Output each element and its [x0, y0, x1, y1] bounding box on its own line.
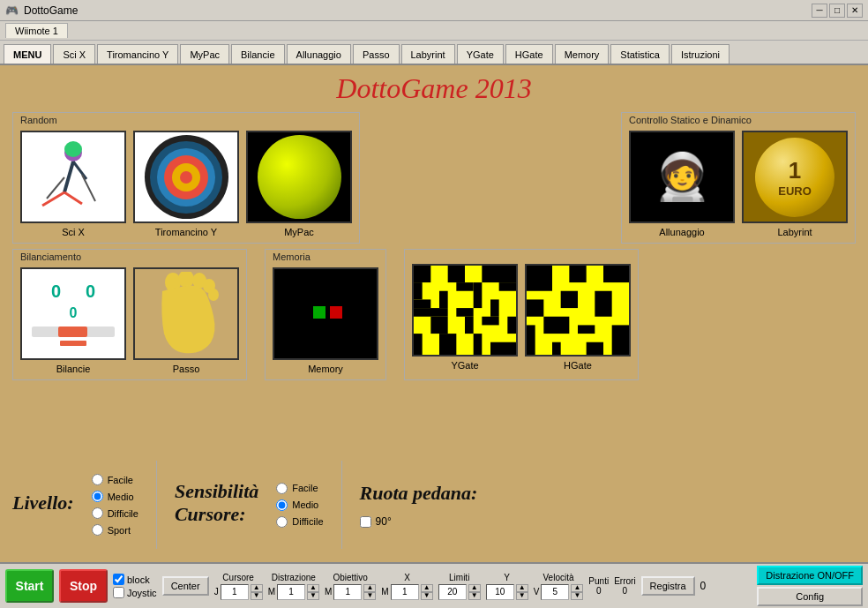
velocita-spinner: Velocità V ▲ ▼ [534, 573, 584, 600]
joystic-checkbox-label[interactable]: Joystic [113, 587, 157, 598]
ruota-90-checkbox[interactable] [360, 516, 371, 528]
config-button[interactable]: Config [757, 587, 863, 606]
game-ygate[interactable]: YGate [412, 264, 518, 371]
close-button[interactable]: ✕ [847, 4, 863, 18]
block-checkbox[interactable] [113, 574, 124, 585]
block-checkbox-label[interactable]: block [113, 574, 157, 585]
sens-facile-radio[interactable] [276, 483, 288, 494]
wiimote-tab[interactable]: Wiimote 1 [5, 23, 68, 38]
ruota-90-text: 90° [376, 515, 392, 528]
hgate-svg [527, 264, 629, 357]
svg-rect-22 [474, 282, 483, 308]
sens-facile[interactable]: Facile [276, 483, 323, 494]
maximize-button[interactable]: □ [829, 4, 845, 18]
game-bilancie[interactable]: 00 0 Bilancie [20, 267, 126, 374]
game-mypac[interactable]: MyPac [246, 131, 352, 237]
svg-rect-19 [456, 282, 473, 291]
stop-button[interactable]: Stop [59, 569, 108, 603]
cursore-down[interactable]: ▼ [251, 592, 263, 600]
center-button[interactable]: Center [162, 576, 209, 596]
livello-sport-radio[interactable] [92, 524, 103, 536]
game-thumb-bilancie: 00 0 [20, 267, 126, 360]
sens-medio[interactable]: Medio [276, 499, 323, 511]
obiettivo-input[interactable] [333, 584, 362, 600]
tab-allunaggio[interactable]: Allunaggio [287, 44, 351, 64]
sensibilita-options: Facile Medio Difficile [276, 481, 323, 529]
joystic-checkbox[interactable] [113, 587, 124, 598]
section-bilanciamento: Bilanciamento 00 0 [12, 249, 247, 380]
limiti-input[interactable] [438, 584, 467, 600]
tab-ygate[interactable]: YGate [457, 44, 504, 64]
divider-1 [156, 461, 157, 549]
minimize-button[interactable]: ─ [812, 4, 827, 18]
distrazione-config-group: Distrazione ON/OFF Config [757, 566, 863, 606]
punti-group: Punti 0 [588, 576, 609, 596]
tab-statistica[interactable]: Statistica [610, 44, 670, 64]
tab-hgate[interactable]: HGate [505, 44, 553, 64]
svg-rect-16 [448, 266, 465, 282]
x-down[interactable]: ▼ [421, 592, 433, 600]
velocita-down[interactable]: ▼ [571, 592, 583, 600]
distrazione-input[interactable] [277, 584, 305, 600]
x-spinner: X M ▲ ▼ [381, 573, 432, 600]
svg-rect-47 [587, 342, 603, 356]
game-labyrint[interactable]: 1 EURO Labyrint [742, 131, 848, 237]
tab-mypac[interactable]: MyPac [180, 44, 229, 64]
game-memory-label: Memory [308, 364, 343, 374]
velocita-spinbtns: ▲ ▼ [571, 584, 583, 600]
livello-difficile-radio[interactable] [92, 507, 103, 519]
svg-point-10 [178, 272, 194, 288]
livello-facile-radio[interactable] [92, 474, 103, 485]
livello-medio-radio[interactable] [92, 491, 103, 502]
limiti-label: Limiti [449, 573, 469, 582]
sens-medio-radio[interactable] [276, 499, 288, 511]
title-bar: 🎮 DottoGame ─ □ ✕ [0, 0, 868, 21]
start-button[interactable]: Start [5, 569, 54, 603]
obiettivo-label: Obiettivo [333, 573, 367, 582]
tab-bilancie[interactable]: Bilancie [231, 44, 285, 64]
tab-labyrint[interactable]: Labyrint [401, 44, 455, 64]
tab-passo[interactable]: Passo [353, 44, 400, 64]
game-allunaggio[interactable]: 🧑‍🚀 Allunaggio [629, 131, 735, 237]
tab-tiromancino[interactable]: Tiromancino Y [97, 44, 178, 64]
limiti-down[interactable]: ▼ [468, 592, 481, 600]
x-spinbtns: ▲ ▼ [421, 584, 433, 600]
cursore-input[interactable] [221, 584, 249, 600]
x-input[interactable] [391, 584, 419, 600]
obiettivo-down[interactable]: ▼ [363, 592, 376, 600]
tab-scix[interactable]: Sci X [53, 44, 95, 64]
x-prefix: M [381, 587, 388, 597]
velocita-input[interactable] [541, 584, 569, 600]
livello-facile[interactable]: Facile [92, 474, 138, 485]
joystic-label: Joystic [127, 588, 157, 598]
distrazione-toggle-button[interactable]: Distrazione ON/OFF [757, 566, 863, 585]
sens-difficile[interactable]: Difficile [276, 516, 323, 528]
livello-difficile[interactable]: Difficile [92, 507, 138, 519]
svg-rect-21 [439, 291, 448, 308]
sens-difficile-radio[interactable] [276, 516, 288, 528]
game-thumb-tiromancino [133, 131, 239, 223]
y-down[interactable]: ▼ [516, 592, 528, 600]
distrazione-down[interactable]: ▼ [307, 592, 319, 600]
section-controllo-label: Controllo Statico e Dinamico [629, 115, 752, 125]
game-passo[interactable]: Passo [133, 267, 239, 374]
tab-menu[interactable]: MENU [4, 44, 51, 64]
games-area: Random [12, 112, 856, 380]
y-input[interactable] [486, 584, 514, 600]
game-labyrint-label: Labyrint [777, 227, 812, 237]
obiettivo-spinner: Obiettivo M ▲ ▼ [325, 573, 376, 600]
livello-sport[interactable]: Sport [92, 524, 138, 536]
registra-button[interactable]: Registra [641, 576, 695, 596]
svg-rect-24 [414, 308, 448, 317]
game-memory[interactable]: Memory [273, 267, 378, 374]
livello-medio[interactable]: Medio [92, 491, 138, 502]
tab-istruzioni[interactable]: Istruzioni [671, 44, 730, 64]
svg-rect-40 [561, 291, 578, 308]
game-scix[interactable]: Sci X [20, 131, 126, 237]
game-tiromancino[interactable]: Tiromancino Y [133, 131, 239, 237]
ruota-90-label[interactable]: 90° [360, 515, 478, 528]
game-hgate[interactable]: HGate [525, 264, 631, 371]
tab-memory[interactable]: Memory [555, 44, 610, 64]
punti-value: 0 [596, 586, 602, 596]
game-thumb-allunaggio: 🧑‍🚀 [629, 131, 735, 223]
